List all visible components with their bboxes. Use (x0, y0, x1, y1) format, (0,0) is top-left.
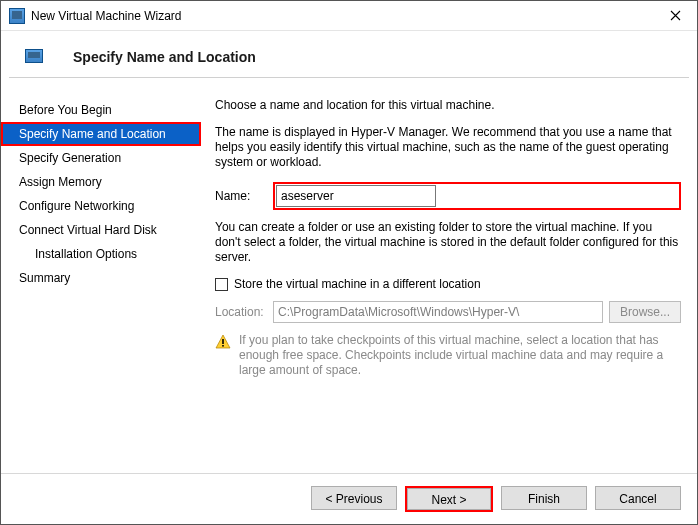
folder-text: You can create a folder or use an existi… (215, 220, 681, 265)
sidebar-item-specify-generation[interactable]: Specify Generation (1, 146, 201, 170)
name-label: Name: (215, 189, 273, 203)
app-icon (9, 8, 25, 24)
sidebar-item-connect-vhd[interactable]: Connect Virtual Hard Disk (1, 218, 201, 242)
wizard-header: Specify Name and Location (1, 31, 697, 77)
browse-button: Browse... (609, 301, 681, 323)
next-button[interactable]: Next > (407, 488, 491, 510)
wizard-footer: < Previous Next > Finish Cancel (1, 473, 697, 524)
titlebar: New Virtual Machine Wizard (1, 1, 697, 31)
wizard-icon (25, 49, 43, 63)
warning-icon (215, 334, 231, 350)
intro-text-1: Choose a name and location for this virt… (215, 98, 681, 113)
name-input-highlight (273, 182, 681, 210)
content-area: Choose a name and location for this virt… (201, 98, 697, 473)
name-row: Name: (215, 182, 681, 210)
sidebar-item-assign-memory[interactable]: Assign Memory (1, 170, 201, 194)
name-input[interactable] (276, 185, 436, 207)
sidebar: Before You Begin Specify Name and Locati… (1, 98, 201, 473)
store-different-location-checkbox[interactable] (215, 278, 228, 291)
wizard-window: New Virtual Machine Wizard Specify Name … (0, 0, 698, 525)
location-row: Location: Browse... (215, 301, 681, 323)
warning-text: If you plan to take checkpoints of this … (239, 333, 681, 378)
svg-rect-0 (222, 339, 224, 344)
store-different-location-row: Store the virtual machine in a different… (215, 277, 681, 291)
previous-button[interactable]: < Previous (311, 486, 397, 510)
intro-text-2: The name is displayed in Hyper-V Manager… (215, 125, 681, 170)
finish-button[interactable]: Finish (501, 486, 587, 510)
sidebar-item-installation-options[interactable]: Installation Options (1, 242, 201, 266)
close-button[interactable] (653, 1, 697, 31)
cancel-button[interactable]: Cancel (595, 486, 681, 510)
store-different-location-label: Store the virtual machine in a different… (234, 277, 481, 291)
sidebar-item-configure-networking[interactable]: Configure Networking (1, 194, 201, 218)
sidebar-item-specify-name-location[interactable]: Specify Name and Location (1, 122, 201, 146)
wizard-body: Before You Begin Specify Name and Locati… (1, 78, 697, 473)
window-title: New Virtual Machine Wizard (31, 9, 653, 23)
page-title: Specify Name and Location (73, 49, 256, 65)
location-label: Location: (215, 305, 273, 319)
location-input (273, 301, 603, 323)
sidebar-item-summary[interactable]: Summary (1, 266, 201, 290)
sidebar-item-before-you-begin[interactable]: Before You Begin (1, 98, 201, 122)
next-button-highlight: Next > (405, 486, 493, 512)
svg-rect-1 (222, 345, 224, 347)
warning-row: If you plan to take checkpoints of this … (215, 333, 681, 378)
